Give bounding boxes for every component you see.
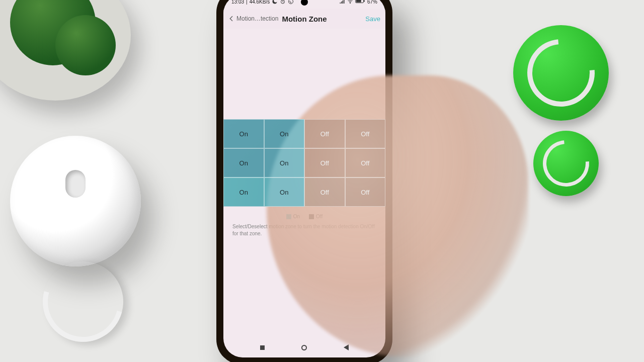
legend-on: On — [286, 214, 300, 219]
phone-frame: 13:03 | 44.6KB/s — [216, 0, 392, 362]
desk-camera-device — [10, 136, 141, 266]
system-nav-bar — [223, 337, 385, 357]
desk-plant — [0, 0, 131, 101]
chevron-left-icon — [227, 15, 235, 23]
zone-cell-r1c2[interactable]: Off — [304, 148, 345, 177]
signal-icon — [339, 0, 345, 5]
motion-zone-grid: On On Off Off On On Off Off On On Off Of… — [223, 119, 385, 207]
back-system-button[interactable] — [344, 344, 349, 350]
legend-off-label: Off — [316, 214, 323, 219]
alarm-icon — [280, 0, 286, 5]
zone-cell-r1c1[interactable]: On — [264, 148, 305, 177]
zone-cell-r1c0[interactable]: On — [223, 148, 264, 177]
desk-prop-power-icon-large — [513, 25, 609, 121]
page-title: Motion Zone — [282, 15, 327, 23]
help-text: Select/Deselect motion zone to turn the … — [223, 223, 385, 237]
legend-off-swatch — [309, 214, 314, 219]
zone-cell-r2c0[interactable]: On — [223, 177, 264, 207]
zone-cell-r0c3[interactable]: Off — [345, 119, 386, 148]
battery-icon — [355, 0, 365, 5]
zone-cell-r2c1[interactable]: On — [264, 177, 305, 207]
whatsapp-icon — [288, 0, 294, 5]
status-net-speed: 44.6KB/s — [250, 0, 270, 5]
dnd-moon-icon — [272, 0, 278, 5]
legend-on-swatch — [286, 214, 291, 219]
svg-point-2 — [350, 3, 350, 3]
legend-on-label: On — [293, 214, 300, 219]
status-separator: | — [246, 0, 248, 5]
status-left: 13:03 | 44.6KB/s — [231, 0, 294, 5]
legend-off: Off — [309, 214, 323, 219]
zone-cell-r0c1[interactable]: On — [264, 119, 305, 148]
zone-cell-r2c2[interactable]: Off — [304, 177, 345, 207]
svg-rect-5 — [356, 0, 361, 3]
status-right: 67% — [339, 0, 377, 5]
desk-prop-power-icon-small — [533, 131, 599, 196]
wifi-icon — [347, 0, 353, 5]
zone-cell-r0c2[interactable]: Off — [304, 119, 345, 148]
camera-preview-upper — [223, 29, 385, 119]
app-header: Motion…tection Motion Zone Save — [223, 9, 385, 29]
back-label: Motion…tection — [236, 15, 278, 22]
zone-cell-r2c3[interactable]: Off — [345, 177, 386, 207]
status-battery-pct: 67% — [367, 0, 377, 5]
recents-button[interactable] — [260, 345, 265, 350]
save-button[interactable]: Save — [365, 15, 380, 23]
zone-cell-r1c3[interactable]: Off — [345, 148, 386, 177]
content-spacer — [223, 237, 385, 337]
svg-point-1 — [289, 0, 293, 4]
svg-rect-4 — [364, 1, 365, 2]
home-button[interactable] — [301, 345, 307, 350]
back-button[interactable]: Motion…tection — [227, 15, 278, 23]
phone-screen: 13:03 | 44.6KB/s — [223, 0, 385, 357]
zone-cell-r0c0[interactable]: On — [223, 119, 264, 148]
legend: On Off — [223, 207, 385, 223]
status-time: 13:03 — [231, 0, 244, 5]
desk-cable — [28, 247, 138, 357]
